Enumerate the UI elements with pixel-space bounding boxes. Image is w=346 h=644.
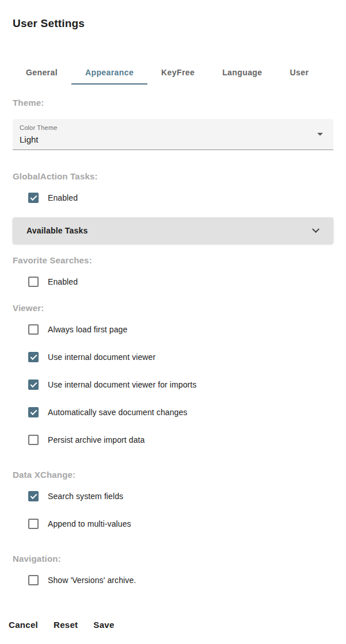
dropdown-arrow-icon — [317, 133, 323, 136]
cancel-button[interactable]: Cancel — [4, 615, 43, 634]
checkbox-label: Automatically save document changes — [48, 408, 187, 417]
globalaction-enabled-checkbox[interactable] — [28, 193, 39, 203]
checkbox-label: Always load first page — [48, 325, 127, 334]
settings-tab-bar: General Appearance KeyFree Language User — [12, 60, 346, 85]
checkbox-row-auto-save-changes[interactable]: Automatically save document changes — [28, 407, 333, 418]
checkbox-label: Show 'Versions' archive. — [48, 576, 136, 585]
navigation-section-label: Navigation: — [13, 554, 333, 564]
checkbox-row-persist-archive-import[interactable]: Persist archive import data — [28, 434, 333, 446]
checkbox-label: Append to multi-values — [48, 519, 131, 528]
append-multi-values-checkbox[interactable] — [28, 519, 39, 529]
checkbox-row-internal-viewer-imports[interactable]: Use internal document viewer for imports — [28, 379, 333, 390]
checkbox-label: Persist archive import data — [48, 435, 145, 444]
internal-viewer-imports-checkbox[interactable] — [28, 379, 39, 390]
checkbox-row-append-multi-values[interactable]: Append to multi-values — [28, 518, 333, 530]
checkbox-label: Search system fields — [48, 492, 123, 501]
tab-user[interactable]: User — [276, 60, 323, 85]
data-xchange-section-label: Data XChange: — [13, 470, 333, 480]
persist-archive-import-checkbox[interactable] — [28, 435, 39, 445]
checkbox-row-show-versions-archive[interactable]: Show 'Versions' archive. — [28, 574, 333, 586]
checkbox-row-search-system-fields[interactable]: Search system fields — [28, 490, 333, 502]
checkbox-label: Enabled — [48, 193, 78, 202]
tab-language[interactable]: Language — [208, 60, 276, 85]
checkbox-row-globalaction-enabled[interactable]: Enabled — [28, 192, 333, 204]
theme-section-label: Theme: — [13, 98, 333, 108]
color-theme-select-value: Light — [20, 135, 333, 145]
chevron-down-icon — [312, 225, 320, 233]
tab-general[interactable]: General — [12, 60, 71, 85]
search-system-fields-checkbox[interactable] — [28, 491, 39, 501]
checkbox-row-favorites-enabled[interactable]: Enabled — [28, 276, 333, 288]
save-button[interactable]: Save — [89, 615, 119, 634]
color-theme-select[interactable]: Color Theme Light — [13, 119, 333, 150]
internal-viewer-checkbox[interactable] — [28, 352, 39, 362]
checkbox-row-always-load-first-page[interactable]: Always load first page — [28, 324, 333, 335]
available-tasks-expander[interactable]: Available Tasks — [13, 217, 333, 244]
globalaction-section-label: GlobalAction Tasks: — [13, 171, 333, 182]
available-tasks-label: Available Tasks — [26, 226, 88, 235]
color-theme-select-label: Color Theme — [20, 124, 333, 132]
checkbox-label: Use internal document viewer for imports — [48, 380, 196, 389]
tab-appearance[interactable]: Appearance — [71, 60, 147, 85]
viewer-section-label: Viewer: — [13, 303, 333, 313]
always-load-first-page-checkbox[interactable] — [28, 324, 39, 335]
checkbox-label: Enabled — [48, 277, 78, 286]
checkbox-row-internal-viewer[interactable]: Use internal document viewer — [28, 351, 333, 363]
page-title: User Settings — [13, 17, 333, 30]
dialog-actions: Cancel Reset Save — [4, 615, 338, 634]
auto-save-changes-checkbox[interactable] — [28, 407, 39, 417]
show-versions-archive-checkbox[interactable] — [28, 575, 39, 585]
checkbox-label: Use internal document viewer — [48, 352, 155, 362]
reset-button[interactable]: Reset — [49, 615, 82, 634]
tab-keyfree[interactable]: KeyFree — [147, 60, 208, 85]
favorite-searches-section-label: Favorite Searches: — [13, 255, 333, 266]
favorites-enabled-checkbox[interactable] — [28, 277, 39, 287]
